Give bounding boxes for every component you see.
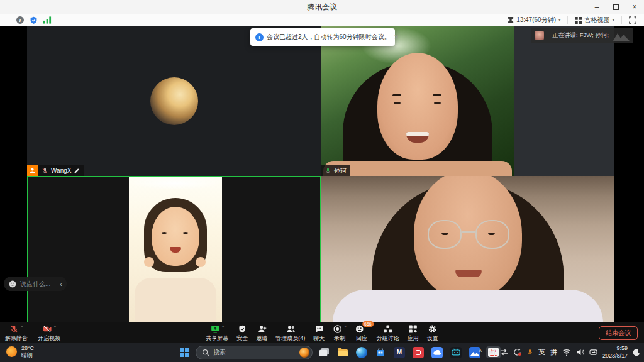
breakout-icon	[383, 324, 392, 334]
meeting-limit-banner: i 会议已超过2人，自动转为60分钟限时会议。 ×	[250, 28, 395, 46]
tray-sync-icon[interactable]	[513, 348, 521, 356]
chat-input-placeholder[interactable]: 说点什么...	[20, 280, 50, 288]
minimize-button[interactable]: –	[587, 0, 606, 14]
settings-button[interactable]: 设置	[427, 324, 438, 343]
chat-button[interactable]: 聊天	[313, 324, 325, 343]
video-tile-wangx[interactable]: WangX	[27, 26, 321, 176]
reactions-label: 回应	[356, 334, 367, 343]
camera-off-icon	[42, 324, 52, 334]
video-options-caret[interactable]: ^	[54, 324, 57, 331]
tray-mic-icon[interactable]	[526, 348, 533, 356]
manage-members-button[interactable]: 管理成员(4)	[275, 324, 305, 343]
record-button[interactable]: ^ 录制	[333, 324, 347, 343]
timer-label: 13:47(60分钟)	[516, 16, 556, 25]
share-screen-icon	[210, 324, 220, 334]
tray-transfer-icon[interactable]	[500, 349, 508, 356]
quick-chat-bar[interactable]: 说点什么... ‹	[4, 277, 67, 291]
red-app-icon	[413, 347, 424, 358]
maximize-icon	[613, 4, 619, 10]
m-app-icon: M	[394, 347, 405, 358]
file-explorer-button[interactable]	[335, 345, 350, 360]
meeting-timer[interactable]: 13:47(60分钟) ▾	[508, 16, 560, 25]
unmute-button[interactable]: ^ 解除静音	[5, 324, 28, 343]
chat-label: 聊天	[313, 334, 325, 343]
apps-button[interactable]: 应用	[408, 324, 419, 343]
share-screen-button[interactable]: ^ 共享屏幕	[206, 324, 228, 343]
invite-label: 邀请	[256, 334, 267, 343]
divider	[621, 16, 622, 24]
share-screen-label: 共享屏幕	[206, 334, 228, 343]
video-tile-speaker[interactable]	[27, 176, 321, 322]
security-label: 安全	[236, 334, 248, 343]
timer-caret-icon: ▾	[558, 18, 561, 23]
security-button[interactable]: 安全	[236, 324, 248, 343]
search-icon	[202, 349, 209, 356]
video-stage: WangX	[0, 26, 644, 322]
reaction-badge: 666	[362, 321, 374, 327]
meeting-toolbar: ^ 解除静音 ^ 开启视频 ^ 共享屏幕	[0, 322, 644, 343]
share-options-caret[interactable]: ^	[222, 324, 225, 331]
taskbar-clock[interactable]: 9:59 2023/8/17	[602, 345, 628, 359]
record-label: 录制	[334, 334, 345, 343]
start-button[interactable]	[177, 345, 192, 360]
taskbar-search[interactable]: 搜索	[196, 346, 313, 359]
speaker-avatar	[535, 31, 544, 40]
participant-name: 孙轲	[334, 167, 347, 175]
window-title: 腾讯会议	[307, 2, 337, 13]
invite-person-icon	[257, 324, 267, 334]
task-view-button[interactable]	[316, 345, 331, 360]
end-meeting-button[interactable]: 结束会议	[599, 326, 638, 340]
record-icon	[333, 324, 342, 334]
mute-options-caret[interactable]: ^	[21, 324, 23, 331]
video-feed	[321, 176, 614, 322]
app-m-button[interactable]: M	[392, 345, 407, 360]
weather-temp: 28°C	[21, 345, 34, 352]
tray-m-icon[interactable]: M	[487, 349, 495, 356]
wifi-icon[interactable]	[562, 349, 571, 356]
weather-widget[interactable]: 28°C 晴朗	[6, 345, 34, 359]
invite-button[interactable]: 邀请	[256, 324, 267, 343]
edit-name-icon[interactable]	[74, 168, 80, 174]
manage-members-label: 管理成员(4)	[275, 334, 305, 343]
night-mode-moon-icon[interactable]	[633, 349, 640, 356]
windows-taskbar: 28°C 晴朗 搜索 M	[0, 343, 644, 362]
app-tv-button[interactable]	[448, 345, 464, 360]
close-button[interactable]: ×	[625, 0, 644, 14]
app-red-button[interactable]	[411, 345, 426, 360]
view-mode-button[interactable]: 宫格视图 ▾	[575, 16, 614, 25]
edge-button[interactable]	[354, 345, 369, 360]
view-caret-icon: ▾	[612, 18, 614, 23]
start-video-button[interactable]: ^ 开启视频	[38, 324, 60, 343]
clock-time: 9:59	[602, 345, 628, 352]
banner-close-icon[interactable]: ×	[394, 33, 399, 41]
emoji-icon[interactable]	[8, 280, 17, 288]
speaker-icon[interactable]	[576, 349, 584, 356]
app-cloud-button[interactable]	[430, 345, 445, 360]
divider	[567, 16, 568, 24]
ime-english-indicator[interactable]: 英	[538, 348, 545, 357]
window-controls: – ×	[587, 0, 644, 14]
participant-name: WangX	[51, 167, 71, 174]
tencent-meeting-window: 腾讯会议 – × i 13:47(60分钟) ▾ 宫格视图 ▾	[0, 0, 644, 362]
shield-icon[interactable]	[30, 16, 38, 25]
search-highlight-image[interactable]	[299, 348, 309, 358]
fullscreen-icon[interactable]	[629, 16, 636, 24]
system-tray: ^ M 英 拼 9:59 2023/8/17	[479, 343, 640, 362]
divider	[548, 31, 548, 40]
video-tile-sun[interactable]: 孙轲	[321, 26, 614, 176]
video-feed	[321, 26, 514, 176]
ime-pinyin-indicator[interactable]: 拼	[550, 348, 557, 357]
folder-icon	[337, 348, 348, 357]
collapse-chat-icon[interactable]: ‹	[60, 280, 62, 288]
battery-saver-icon[interactable]	[589, 349, 597, 356]
reactions-button[interactable]: ^ 666 回应	[355, 324, 369, 343]
network-signal-icon[interactable]	[43, 16, 52, 24]
record-options-caret[interactable]: ^	[344, 324, 347, 331]
video-tile-fullbleed[interactable]	[321, 176, 614, 322]
store-button[interactable]	[373, 345, 388, 360]
meeting-info-icon[interactable]: i	[16, 16, 24, 24]
hidden-icons-caret[interactable]: ^	[479, 349, 482, 356]
maximize-button[interactable]	[606, 0, 625, 14]
banner-text: 会议已超过2人，自动转为60分钟限时会议。	[267, 33, 391, 41]
breakout-rooms-button[interactable]: 分组讨论	[377, 324, 399, 343]
